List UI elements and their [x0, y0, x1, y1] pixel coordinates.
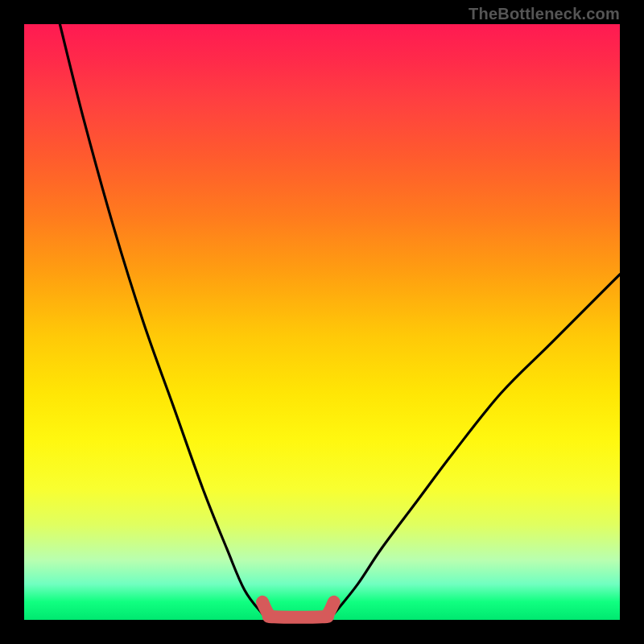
chart-container: TheBottleneck.com	[0, 0, 644, 644]
right-curve	[334, 275, 620, 614]
left-curve	[60, 24, 262, 614]
plot-area	[24, 24, 620, 620]
bottom-highlight	[262, 602, 334, 617]
curve-overlay	[24, 24, 620, 620]
attribution-label: TheBottleneck.com	[469, 5, 620, 23]
